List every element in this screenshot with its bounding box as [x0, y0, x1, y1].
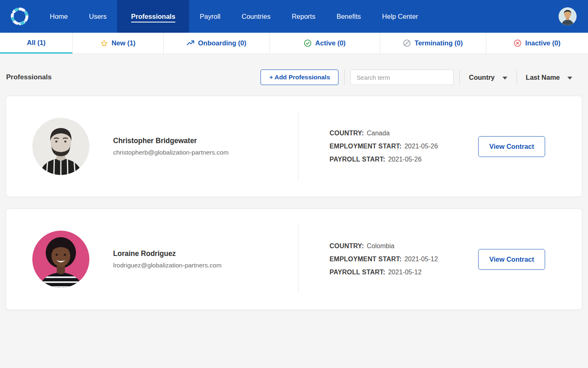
brand-logo-icon[interactable]: [0, 0, 39, 33]
country-value: Colombia: [367, 242, 394, 249]
payroll-start-label: PAYROLL START:: [330, 156, 385, 163]
toolbar-divider: [517, 70, 517, 85]
payroll-start-label: PAYROLL START:: [330, 269, 385, 276]
slash-circle-icon: [403, 39, 411, 47]
nav-item-help-center[interactable]: Help Center: [372, 0, 429, 33]
payroll-start-value: 2021-05-26: [388, 156, 421, 163]
page-title: Professionals: [6, 73, 52, 81]
professional-text: Christopher Bridgewater christopherb@glo…: [113, 137, 229, 156]
professional-text: Loraine Rodriguez lrodriguez@globalizati…: [113, 249, 222, 269]
tab-new[interactable]: New (1): [72, 33, 163, 54]
main-nav: Home Users Professionals Payroll Countri…: [39, 0, 429, 33]
professional-email: christopherb@globalization-partners.com: [113, 149, 229, 156]
payroll-start-row: PAYROLL START:2021-05-12: [330, 269, 438, 276]
nav-item-professionals[interactable]: Professionals: [117, 0, 189, 33]
chevron-down-icon: [567, 74, 572, 81]
view-contract-button[interactable]: View Contract: [478, 136, 545, 157]
tab-all-label: All (1): [27, 39, 46, 47]
country-row: COUNTRY:Colombia: [330, 242, 438, 250]
professional-info: COUNTRY:Colombia EMPLOYMENT START:2021-0…: [330, 242, 438, 276]
top-navbar: Home Users Professionals Payroll Countri…: [0, 0, 588, 33]
professional-info: COUNTRY:Canada EMPLOYMENT START:2021-05-…: [330, 130, 438, 163]
payroll-start-row: PAYROLL START:2021-05-26: [330, 156, 438, 163]
tab-onboarding[interactable]: Onboarding (0): [163, 33, 270, 54]
tab-all[interactable]: All (1): [0, 33, 72, 54]
view-contract-button[interactable]: View Contract: [478, 249, 545, 270]
professional-name: Christopher Bridgewater: [113, 137, 229, 145]
professional-identity: Christopher Bridgewater christopherb@glo…: [6, 96, 298, 197]
check-circle-icon: [304, 39, 312, 47]
search-input[interactable]: [350, 70, 454, 85]
status-tabs: All (1) New (1) Onboarding (0) Active (0…: [0, 33, 588, 54]
professional-name: Loraine Rodriguez: [113, 249, 222, 258]
profile-photo: [32, 231, 89, 288]
sort-dropdown[interactable]: Last Name: [523, 74, 576, 81]
nav-item-countries[interactable]: Countries: [231, 0, 281, 33]
employment-start-row: EMPLOYMENT START:2021-05-12: [330, 256, 438, 263]
sort-dropdown-label: Last Name: [526, 74, 560, 81]
professional-card: Christopher Bridgewater christopherb@glo…: [6, 96, 582, 197]
professional-card: Loraine Rodriguez lrodriguez@globalizati…: [6, 209, 582, 310]
tab-inactive[interactable]: Inactive (0): [486, 33, 588, 54]
tab-onboarding-label: Onboarding (0): [198, 39, 246, 47]
country-label: COUNTRY:: [330, 130, 364, 137]
country-value: Canada: [367, 130, 390, 137]
nav-item-users[interactable]: Users: [78, 0, 117, 33]
nav-item-benefits[interactable]: Benefits: [326, 0, 372, 33]
country-filter-dropdown[interactable]: Country: [466, 74, 510, 81]
professional-identity: Loraine Rodriguez lrodriguez@globalizati…: [6, 209, 298, 310]
toolbar-actions: + Add Professionals Country Last Name: [261, 70, 576, 85]
tab-active-label: Active (0): [315, 39, 345, 47]
nav-item-payroll[interactable]: Payroll: [189, 0, 231, 33]
tab-active[interactable]: Active (0): [270, 33, 380, 54]
nav-item-reports[interactable]: Reports: [281, 0, 326, 33]
star-icon: [100, 40, 108, 47]
add-professionals-button[interactable]: + Add Professionals: [261, 70, 339, 85]
toolbar: Professionals + Add Professionals Countr…: [0, 54, 588, 96]
toolbar-divider: [459, 70, 460, 85]
trending-up-icon: [187, 39, 194, 47]
employment-start-value: 2021-05-12: [404, 256, 438, 263]
x-circle-icon: [514, 39, 521, 47]
chevron-down-icon: [502, 74, 508, 81]
employment-start-label: EMPLOYMENT START:: [330, 256, 401, 263]
nav-item-home[interactable]: Home: [39, 0, 78, 33]
professional-details: COUNTRY:Canada EMPLOYMENT START:2021-05-…: [298, 96, 582, 197]
payroll-start-value: 2021-05-12: [388, 269, 421, 276]
country-row: COUNTRY:Canada: [330, 130, 438, 137]
tab-terminating-label: Terminating (0): [414, 39, 463, 47]
employment-start-value: 2021-05-26: [404, 143, 438, 150]
country-label: COUNTRY:: [330, 242, 364, 249]
toolbar-divider: [344, 70, 345, 85]
professionals-list: Christopher Bridgewater christopherb@glo…: [6, 96, 582, 310]
employment-start-row: EMPLOYMENT START:2021-05-26: [330, 143, 438, 150]
country-filter-label: Country: [469, 74, 494, 81]
tab-inactive-label: Inactive (0): [525, 39, 560, 47]
profile-photo: [32, 118, 89, 175]
tab-terminating[interactable]: Terminating (0): [380, 33, 486, 54]
employment-start-label: EMPLOYMENT START:: [330, 143, 401, 150]
tab-new-label: New (1): [111, 39, 136, 47]
professional-email: lrodriguez@globalization-partners.com: [113, 262, 222, 269]
user-avatar[interactable]: [559, 7, 577, 25]
professional-details: COUNTRY:Colombia EMPLOYMENT START:2021-0…: [298, 209, 582, 310]
